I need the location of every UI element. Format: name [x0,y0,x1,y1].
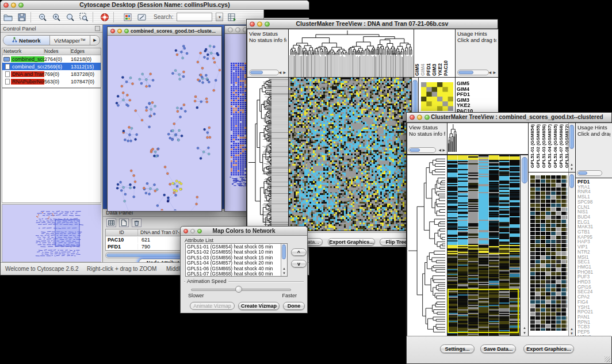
column-label[interactable]: PAC10 [443,60,449,76]
move-down-button[interactable]: v [291,260,307,267]
column-label[interactable]: YKE2 [438,63,443,76]
minimize-button[interactable] [117,29,122,33]
column-header-nodes[interactable]: Nodes [44,48,71,55]
heatmap-selection[interactable] [447,289,519,333]
tab-more-arrow[interactable]: ▶ [90,36,100,45]
column-dendrogram-pane[interactable] [288,29,414,78]
scroll-down-icon[interactable]: ▼ [570,332,573,335]
minimize-button[interactable] [11,2,16,7]
attribute-list-vscroll-thumb[interactable] [282,244,286,259]
scroll-right-icon[interactable]: ▶ [442,148,445,152]
zoom-button[interactable] [424,115,430,120]
zoom-out-icon[interactable] [37,12,48,22]
scroll-left-icon[interactable]: ◀ [278,71,281,74]
zoom-in-icon[interactable] [51,12,62,22]
column-label[interactable]: GPL51-06 (GSM865) [553,124,558,168]
column-label[interactable]: GPL51-04 (GSM857) [547,124,552,168]
new-attribute-icon[interactable] [119,219,129,227]
minimize-button[interactable] [235,27,240,32]
close-button[interactable] [110,29,115,33]
scroll-up-icon[interactable]: ▲ [282,267,286,270]
detail-heatmap-pane[interactable]: ▲ ▼ [528,172,576,337]
slider-thumb[interactable] [235,286,242,293]
resize-grip[interactable] [605,357,610,362]
scroll-left-icon[interactable]: ◀ [438,148,441,152]
tab-vizmapper[interactable]: VizMapper™ [50,36,90,45]
save-icon[interactable] [17,12,27,22]
detail-vscroll[interactable]: ▲ ▼ [568,173,575,336]
row-dendrogram-canvas[interactable] [407,155,447,336]
minimize-button[interactable] [257,21,262,26]
view-status-hscroll-thumb[interactable] [410,148,420,152]
attribute-item[interactable]: GPL51-07 (GSM868) heat shock 60 min [187,271,286,277]
usage-hints-hscroll[interactable] [577,170,602,176]
column-label[interactable]: GPL51-07 (GSM868) [559,124,564,168]
scroll-up-icon[interactable]: ▲ [523,326,526,329]
heatmap-pane[interactable] [288,77,412,231]
column-header-network[interactable]: Network [2,48,44,55]
vizmapper-icon[interactable] [123,12,133,22]
animate-vizmap-button[interactable]: Animate Vizmap [190,302,235,310]
column-label[interactable]: GIM3 [432,64,437,76]
close-button[interactable] [410,115,415,120]
detail-vscroll-thumb[interactable] [569,174,574,188]
column-dendrogram-canvas[interactable] [447,123,528,154]
zoom-selected-icon[interactable] [79,12,89,22]
attribute-listbox[interactable]: GPL51-01 (GSM854) heat shock 05 minGPL51… [185,243,288,277]
dialog-titlebar[interactable]: Map Colors to Network [181,227,307,236]
open-file-icon[interactable] [3,12,13,22]
column-label[interactable]: PFD1 [426,63,431,76]
similarity-matrix-canvas[interactable] [421,82,453,111]
close-button[interactable] [228,27,233,32]
float-panel-icon[interactable] [95,26,100,31]
view-status-hscroll[interactable] [249,70,279,75]
column-label[interactable]: GIM5 [415,64,420,76]
network-table-row[interactable]: RNAPuberNov2+| 563(0) 107847(0) [2,78,101,85]
move-up-button[interactable]: ^ [291,248,307,256]
scroll-left-icon[interactable]: ◀ [488,71,491,74]
scroll-right-icon[interactable]: ▶ [493,71,496,74]
export-graphics-button[interactable]: Export Graphics... [328,238,375,246]
main-titlebar[interactable]: Cytoscape Desktop (Session Name: collins… [1,1,309,10]
birdseye-canvas[interactable] [2,205,101,262]
scroll-down-icon[interactable]: ▼ [282,271,286,275]
row-dendrogram-pane[interactable] [407,155,447,337]
column-dendrogram-pane[interactable] [447,122,529,155]
search-input[interactable] [177,13,212,21]
minimize-button[interactable] [417,115,422,120]
close-button[interactable] [250,21,255,26]
row-dendrogram-pane[interactable] [247,77,289,231]
network-table-row[interactable]: DNA and Tran 07 769(0) 183728(0) [2,70,101,78]
column-labels-vscroll[interactable]: ▲ ▼ [568,123,575,172]
heatmap-canvas[interactable] [289,78,411,231]
zoom-button[interactable] [265,21,270,26]
network-canvas[interactable] [108,36,221,210]
create-vizmap-button[interactable]: Create Vizmap [238,302,280,310]
select-attributes-icon[interactable] [106,219,116,227]
birdseye-view[interactable] [2,204,101,262]
close-button[interactable] [183,229,188,233]
treeview-combined-titlebar[interactable]: ClusterMaker TreeView : combined_scores_… [407,113,611,122]
attribute-list-vscroll[interactable]: ▲ ▼ [281,244,287,276]
usage-hints-hscroll[interactable] [457,70,489,75]
done-button[interactable]: Done [283,302,305,310]
heatmap-vscroll-thumb[interactable] [522,157,527,183]
zoom-button[interactable] [18,2,24,7]
column-label[interactable]: GIM4 [420,64,426,76]
save-data-button[interactable]: Save Data... [480,344,516,353]
view-status-hscroll[interactable] [408,147,436,153]
scroll-down-icon[interactable]: ▼ [570,167,573,171]
network-table-row[interactable]: combined_scores_ 2764(0) 16218(0) [2,55,101,63]
scroll-right-icon[interactable]: ▶ [283,71,286,74]
export-graphics-button[interactable]: Export Graphics... [523,344,574,353]
delete-attribute-trash-icon[interactable] [132,219,141,227]
network-window-titlebar[interactable]: combined_scores_good.txt--cluste... [108,27,221,36]
row-dendrogram-canvas[interactable] [247,78,288,231]
usage-hints-hscroll-thumb[interactable] [458,71,473,74]
tab-network[interactable]: Network [3,36,50,45]
column-header-edges[interactable]: Edges [71,48,101,55]
search-dropdown-arrow[interactable]: ▼ [216,13,223,21]
view-status-hscroll-thumb[interactable] [250,71,263,74]
column-label[interactable]: GPL51-02 (GSM855) [536,124,541,168]
help-lifesaver-icon[interactable] [100,12,110,22]
